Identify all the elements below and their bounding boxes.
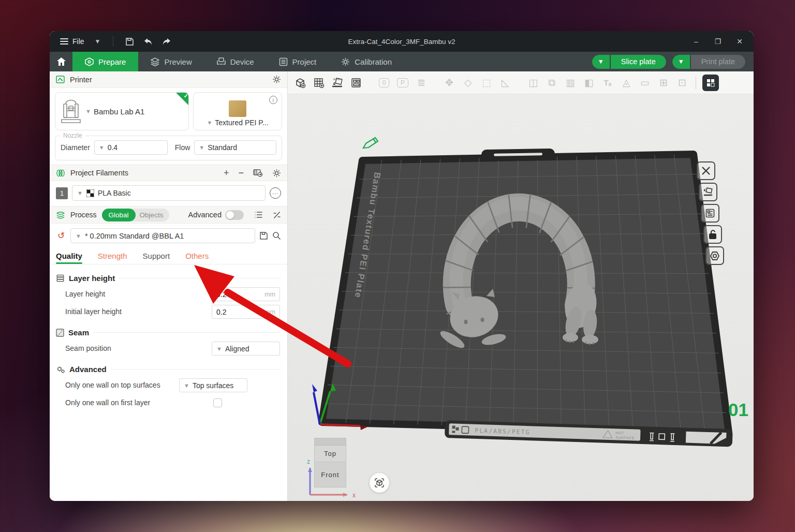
toolbar-add-model-button[interactable] xyxy=(292,75,308,91)
print-plate-dropdown[interactable]: ▼ xyxy=(672,55,690,69)
tab-others[interactable]: Others xyxy=(185,252,209,264)
view-reset-button[interactable] xyxy=(370,473,389,493)
initial-layer-height-input[interactable]: 0.2 mm xyxy=(212,305,280,319)
tab-preview[interactable]: Preview xyxy=(138,52,204,71)
only-one-wall-top-value: Top surfaces xyxy=(193,381,233,390)
bambu-studio-window: File ▼ Extra-Cat_4Color_3MF_Bambu v2 – ❐… xyxy=(50,31,754,501)
remove-filament-button[interactable]: − xyxy=(238,168,244,179)
cube-top-label[interactable]: Top xyxy=(315,446,346,462)
flow-select[interactable]: ▼Standard xyxy=(194,140,276,155)
tab-calibration[interactable]: Calibration xyxy=(329,52,404,71)
3d-viewport[interactable]: Bambu Textured PEI Plate xyxy=(288,94,754,501)
parameter-list-icon[interactable] xyxy=(254,211,263,218)
toolbar-add-plate-button[interactable] xyxy=(311,75,327,91)
home-icon xyxy=(56,57,66,66)
plate-edit-pencil-icon[interactable] xyxy=(363,138,378,148)
auto-arrange-plate-button[interactable] xyxy=(699,183,717,201)
filaments-section-title: Project Filaments xyxy=(70,169,128,177)
toolbar-arrange-button[interactable] xyxy=(348,75,364,91)
undo-icon xyxy=(143,38,153,46)
lock-plate-button[interactable] xyxy=(703,225,722,244)
chevron-down-icon: ▼ xyxy=(76,233,81,239)
toolbar-split-objects-button[interactable]: ◫ xyxy=(525,75,541,91)
search-preset-icon[interactable] xyxy=(272,231,281,240)
scope-toggle[interactable]: Global Objects xyxy=(102,209,170,221)
view-cube-icon xyxy=(374,478,385,488)
filament-select[interactable]: ▼ PLA Basic xyxy=(72,185,266,201)
toolbar-paste-button[interactable]: P xyxy=(394,75,411,91)
toolbar-split-parts-button[interactable]: ⧉ xyxy=(543,75,560,91)
plate-settings-button[interactable] xyxy=(701,204,719,223)
toolbar-text-tool-button[interactable]: Tₐ xyxy=(599,75,616,91)
seam-position-select[interactable]: ▼ Aligned xyxy=(212,342,280,356)
cube-front-label[interactable]: Front xyxy=(315,462,346,487)
toolbar-measure-button[interactable]: ▭ xyxy=(637,75,653,91)
plate-nut-button[interactable] xyxy=(705,246,724,265)
tab-quality[interactable]: Quality xyxy=(56,252,82,264)
add-filament-button[interactable]: + xyxy=(224,168,229,179)
toolbar-mesh-boolean-button[interactable]: ◧ xyxy=(581,75,597,91)
toolbar-fix-model-button[interactable]: ⊡ xyxy=(674,75,690,91)
only-one-wall-top-label: Only one wall on top surfaces xyxy=(65,380,179,390)
cube-top-face[interactable] xyxy=(315,438,346,446)
process-section-header: Process Global Objects Advanced xyxy=(50,206,287,224)
chevron-down-icon[interactable]: ▼ xyxy=(91,38,105,45)
file-menu-button[interactable]: File xyxy=(57,35,87,48)
redo-button[interactable] xyxy=(159,35,174,48)
save-preset-icon[interactable] xyxy=(259,231,268,240)
ams-sync-icon[interactable] xyxy=(253,169,263,177)
nozzle-fieldset: Nozzle Diameter ▼0.4 Flow ▼Standard xyxy=(55,136,282,160)
slice-plate-button[interactable]: Slice plate xyxy=(611,55,666,69)
toolbar-rotate-button[interactable]: ◇ xyxy=(460,75,476,91)
printer-icon xyxy=(56,76,65,83)
home-button[interactable] xyxy=(50,52,72,71)
navigation-cube[interactable]: Top Front z x xyxy=(308,438,346,492)
tab-support[interactable]: Support xyxy=(143,252,170,264)
toolbar-auto-orient-button[interactable]: AUTO xyxy=(329,75,346,91)
diameter-select[interactable]: ▼0.4 xyxy=(94,140,168,155)
slice-plate-split-button: ▼ Slice plate xyxy=(592,55,666,69)
slice-plate-dropdown[interactable]: ▼ xyxy=(592,55,610,69)
tab-strength[interactable]: Strength xyxy=(98,252,127,264)
print-plate-button[interactable]: Print plate xyxy=(691,55,745,69)
advanced-group-title: Advanced xyxy=(69,365,107,374)
filament-gear-icon[interactable] xyxy=(272,169,281,178)
info-icon[interactable]: i xyxy=(269,96,277,104)
compare-presets-icon[interactable] xyxy=(273,211,281,219)
delete-plate-button[interactable] xyxy=(697,161,715,180)
printer-gear-icon[interactable] xyxy=(272,75,281,84)
toolbar-lay-on-face-button[interactable]: ◺ xyxy=(497,75,513,91)
file-menu-label: File xyxy=(72,37,84,46)
undo-button[interactable] xyxy=(140,35,156,48)
toolbar-assembly-view-button[interactable] xyxy=(702,75,719,91)
toolbar-copy-button[interactable]: 0 xyxy=(376,75,392,91)
desktop-background: File ▼ Extra-Cat_4Color_3MF_Bambu v2 – ❐… xyxy=(0,0,795,532)
tab-device[interactable]: Device xyxy=(204,52,267,71)
toolbar-move-button[interactable]: ✥ xyxy=(441,75,458,91)
svg-text:AUTO: AUTO xyxy=(333,78,340,81)
tab-project[interactable]: Project xyxy=(267,52,329,71)
scope-global[interactable]: Global xyxy=(102,209,136,221)
close-button[interactable]: ✕ xyxy=(729,32,750,51)
only-one-wall-first-layer-checkbox[interactable] xyxy=(213,398,222,407)
only-one-wall-top-select[interactable]: ▼ Top surfaces xyxy=(179,378,247,392)
layer-height-input[interactable]: 0.2 mm xyxy=(212,287,280,301)
process-preset-select[interactable]: ▼ * 0.20mm Standard @BBL A1 xyxy=(70,228,255,243)
printer-select-card[interactable]: ▼Bambu Lab A1 ✓ xyxy=(55,92,189,130)
chevron-down-icon: ▼ xyxy=(207,120,212,126)
toolbar-paint-button[interactable]: ◬ xyxy=(618,75,635,91)
toolbar-variable-layer-height-button[interactable]: ▥ xyxy=(562,75,579,91)
toolbar-clone-button[interactable]: ≣ xyxy=(413,75,430,91)
scope-objects[interactable]: Objects xyxy=(136,211,170,219)
maximize-button[interactable]: ❐ xyxy=(707,32,729,51)
minimize-button[interactable]: – xyxy=(685,32,707,51)
nozzle-legend: Nozzle xyxy=(61,132,85,139)
advanced-toggle[interactable] xyxy=(225,210,244,220)
toolbar-assembly-button[interactable]: ⊞ xyxy=(655,75,672,91)
plate-type-card[interactable]: i ▼Textured PEI P... xyxy=(193,92,282,130)
tab-prepare[interactable]: Prepare xyxy=(72,52,138,71)
filament-more-button[interactable]: ... xyxy=(270,187,281,199)
reset-preset-icon[interactable]: ↺ xyxy=(56,230,66,241)
save-button[interactable] xyxy=(122,35,137,48)
toolbar-scale-button[interactable]: ⬚ xyxy=(478,75,495,91)
